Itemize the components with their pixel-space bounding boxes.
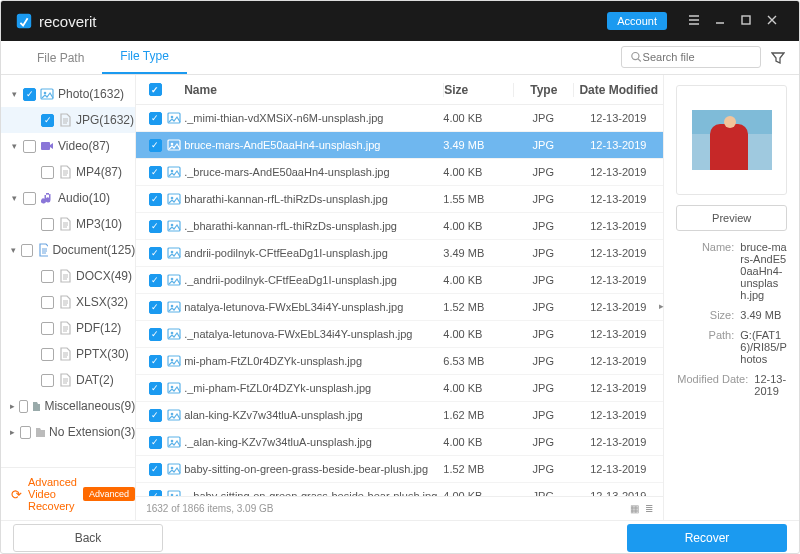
- search-box[interactable]: [621, 46, 761, 68]
- checkbox[interactable]: [41, 296, 54, 309]
- col-size[interactable]: Size: [443, 83, 513, 97]
- tree-item[interactable]: ▾ Audio(10): [1, 185, 135, 211]
- tree-child[interactable]: MP3(10): [1, 211, 135, 237]
- checkbox[interactable]: [21, 244, 32, 257]
- checkbox[interactable]: [20, 426, 30, 439]
- tree-child[interactable]: DAT(2): [1, 367, 135, 393]
- preview-button[interactable]: Preview: [676, 205, 787, 231]
- chevron-down-icon[interactable]: ▾: [9, 245, 17, 255]
- select-all-checkbox[interactable]: ✓: [149, 83, 162, 96]
- file-date: 12-13-2019: [573, 193, 663, 205]
- row-checkbox[interactable]: ✓: [149, 436, 162, 449]
- checkbox[interactable]: [41, 166, 54, 179]
- tree-child[interactable]: XLSX(32): [1, 289, 135, 315]
- row-checkbox[interactable]: ✓: [149, 112, 162, 125]
- search-input[interactable]: [643, 51, 752, 63]
- misc-icon: [32, 399, 41, 413]
- checkbox[interactable]: [23, 192, 36, 205]
- row-checkbox[interactable]: ✓: [149, 247, 162, 260]
- file-row[interactable]: ✓ bruce-mars-AndE50aaHn4-unsplash.jpg 3.…: [136, 132, 663, 159]
- file-list[interactable]: ✓ ._mimi-thian-vdXMSiX-n6M-unsplash.jpg …: [136, 105, 663, 496]
- tree-label: Miscellaneous(9): [44, 399, 135, 413]
- chevron-down-icon[interactable]: ▾: [9, 89, 19, 99]
- file-date: 12-13-2019: [573, 328, 663, 340]
- advanced-video-recovery[interactable]: ⟳ Advanced Video Recovery Advanced: [1, 467, 135, 520]
- checkbox[interactable]: ✓: [41, 114, 54, 127]
- file-row[interactable]: ✓ ._mi-pham-FtZL0r4DZYk-unsplash.jpg 4.0…: [136, 375, 663, 402]
- row-checkbox[interactable]: ✓: [149, 328, 162, 341]
- file-row[interactable]: ✓ ._andrii-podilnyk-CFtfEeaDg1I-unsplash…: [136, 267, 663, 294]
- row-checkbox[interactable]: ✓: [149, 382, 162, 395]
- expand-handle-icon[interactable]: [659, 298, 667, 318]
- back-button[interactable]: Back: [13, 524, 163, 552]
- checkbox[interactable]: [23, 140, 36, 153]
- file-size: 1.52 MB: [443, 301, 513, 313]
- file-icon: [58, 373, 72, 387]
- row-checkbox[interactable]: ✓: [149, 193, 162, 206]
- tree-item[interactable]: ▸ No Extension(3): [1, 419, 135, 445]
- file-row[interactable]: ✓ andrii-podilnyk-CFtfEeaDg1I-unsplash.j…: [136, 240, 663, 267]
- file-row[interactable]: ✓ ._baby-sitting-on-green-grass-beside-b…: [136, 483, 663, 496]
- tree-item[interactable]: ▾ ✓ Photo(1632): [1, 81, 135, 107]
- checkbox[interactable]: [19, 400, 28, 413]
- col-type[interactable]: Type: [513, 83, 573, 97]
- row-checkbox[interactable]: ✓: [149, 409, 162, 422]
- close-icon[interactable]: [759, 13, 785, 29]
- file-icon: [58, 113, 72, 127]
- file-row[interactable]: ✓ bharathi-kannan-rfL-thiRzDs-unsplash.j…: [136, 186, 663, 213]
- file-date: 12-13-2019: [573, 436, 663, 448]
- row-checkbox[interactable]: ✓: [149, 139, 162, 152]
- tab-file-type[interactable]: File Type: [102, 40, 186, 74]
- tree-item[interactable]: ▸ Miscellaneous(9): [1, 393, 135, 419]
- maximize-icon[interactable]: [733, 13, 759, 29]
- grid-view-icon[interactable]: ▦: [630, 503, 639, 514]
- avr-badge: Advanced: [83, 487, 135, 501]
- file-row[interactable]: ✓ baby-sitting-on-green-grass-beside-bea…: [136, 456, 663, 483]
- file-row[interactable]: ✓ mi-pham-FtZL0r4DZYk-unsplash.jpg 6.53 …: [136, 348, 663, 375]
- col-name[interactable]: Name: [184, 83, 443, 97]
- checkbox[interactable]: ✓: [23, 88, 36, 101]
- checkbox[interactable]: [41, 348, 54, 361]
- checkbox[interactable]: [41, 322, 54, 335]
- file-row[interactable]: ✓ natalya-letunova-FWxEbL34i4Y-unsplash.…: [136, 294, 663, 321]
- checkbox[interactable]: [41, 218, 54, 231]
- file-row[interactable]: ✓ ._bharathi-kannan-rfL-thiRzDs-unsplash…: [136, 213, 663, 240]
- list-view-icon[interactable]: ≣: [645, 503, 653, 514]
- file-row[interactable]: ✓ ._natalya-letunova-FWxEbL34i4Y-unsplas…: [136, 321, 663, 348]
- col-date[interactable]: Date Modified: [573, 83, 663, 97]
- row-checkbox[interactable]: ✓: [149, 166, 162, 179]
- chevron-right-icon[interactable]: ▸: [9, 427, 16, 437]
- row-checkbox[interactable]: ✓: [149, 463, 162, 476]
- chevron-down-icon[interactable]: ▾: [9, 193, 19, 203]
- file-name: ._andrii-podilnyk-CFtfEeaDg1I-unsplash.j…: [184, 274, 443, 286]
- tree-child[interactable]: ✓ JPG(1632): [1, 107, 135, 133]
- file-row[interactable]: ✓ ._mimi-thian-vdXMSiX-n6M-unsplash.jpg …: [136, 105, 663, 132]
- file-row[interactable]: ✓ ._alan-king-KZv7w34tluA-unsplash.jpg 4…: [136, 429, 663, 456]
- tree-child[interactable]: MP4(87): [1, 159, 135, 185]
- file-row[interactable]: ✓ ._bruce-mars-AndE50aaHn4-unsplash.jpg …: [136, 159, 663, 186]
- row-checkbox[interactable]: ✓: [149, 220, 162, 233]
- tree-child[interactable]: PPTX(30): [1, 341, 135, 367]
- image-icon: [167, 219, 181, 233]
- tree-child[interactable]: PDF(12): [1, 315, 135, 341]
- chevron-right-icon[interactable]: ▸: [9, 401, 15, 411]
- checkbox[interactable]: [41, 270, 54, 283]
- row-checkbox[interactable]: ✓: [149, 301, 162, 314]
- minimize-icon[interactable]: [707, 13, 733, 29]
- row-checkbox[interactable]: ✓: [149, 274, 162, 287]
- file-icon: [58, 321, 72, 335]
- tab-file-path[interactable]: File Path: [19, 42, 102, 74]
- menu-icon[interactable]: [681, 13, 707, 29]
- tree-item[interactable]: ▾ Document(125): [1, 237, 135, 263]
- row-checkbox[interactable]: ✓: [149, 355, 162, 368]
- file-row[interactable]: ✓ alan-king-KZv7w34tluA-unsplash.jpg 1.6…: [136, 402, 663, 429]
- chevron-down-icon[interactable]: ▾: [9, 141, 19, 151]
- filter-icon[interactable]: [771, 51, 785, 68]
- checkbox[interactable]: [41, 374, 54, 387]
- file-size: 3.49 MB: [443, 247, 513, 259]
- tree-child[interactable]: DOCX(49): [1, 263, 135, 289]
- account-button[interactable]: Account: [607, 12, 667, 30]
- recover-button[interactable]: Recover: [627, 524, 787, 552]
- tree-item[interactable]: ▾ Video(87): [1, 133, 135, 159]
- tree-label: XLSX(32): [76, 295, 128, 309]
